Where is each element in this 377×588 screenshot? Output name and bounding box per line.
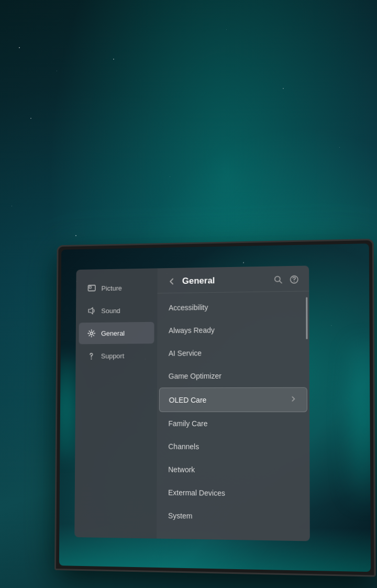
menu-item-accessibility[interactable]: Accessibility xyxy=(159,295,307,319)
chevron-right-icon xyxy=(290,395,297,404)
support-icon xyxy=(87,351,96,361)
menu-item-system-label: System xyxy=(168,512,193,520)
svg-point-3 xyxy=(90,332,93,335)
menu-item-family-care[interactable]: Family Care xyxy=(159,412,307,436)
menu-item-network[interactable]: Network xyxy=(159,458,307,483)
menu-item-external-devices-label: Extermal Devices xyxy=(168,489,225,497)
svg-point-7 xyxy=(294,281,295,282)
panel-header: General xyxy=(158,265,309,293)
sidebar-item-picture-label: Picture xyxy=(102,284,122,292)
main-panel: General xyxy=(157,265,310,541)
menu-item-ai-service[interactable]: AI Service xyxy=(159,341,307,365)
svg-rect-1 xyxy=(89,286,91,289)
search-icon[interactable] xyxy=(273,274,283,285)
menu-item-game-optimizer[interactable]: Game Optimizer xyxy=(159,364,307,387)
sidebar-item-general-label: General xyxy=(101,329,125,337)
screen-glow-right xyxy=(348,341,371,502)
menu-item-family-care-label: Family Care xyxy=(168,419,207,428)
sidebar-item-sound[interactable]: Sound xyxy=(79,299,154,321)
sidebar-item-sound-label: Sound xyxy=(101,307,120,315)
picture-icon xyxy=(87,284,96,293)
menu-item-channels[interactable]: Channels xyxy=(159,435,308,459)
help-icon[interactable] xyxy=(289,274,300,285)
sidebar-item-general[interactable]: General xyxy=(79,322,154,345)
menu-item-oled-care-label: OLED Care xyxy=(169,396,207,404)
back-button[interactable] xyxy=(167,276,177,287)
sidebar-panel: Picture Sound xyxy=(74,268,157,538)
general-icon xyxy=(87,329,96,338)
sidebar-item-support[interactable]: Support xyxy=(79,345,154,367)
menu-item-accessibility-label: Accessibility xyxy=(169,303,208,312)
menu-item-game-optimizer-label: Game Optimizer xyxy=(169,372,221,380)
tv-frame: Picture Sound xyxy=(54,239,376,577)
menu-item-always-ready-label: Always Ready xyxy=(169,326,215,335)
svg-point-4 xyxy=(91,359,92,360)
menu-items-list: Accessibility Always Ready AI Service Ga… xyxy=(157,291,310,541)
menu-item-system[interactable]: System xyxy=(159,504,308,529)
panel-title: General xyxy=(182,275,215,286)
scrollbar-indicator xyxy=(306,297,307,339)
menu-item-external-devices[interactable]: Extermal Devices xyxy=(159,481,307,506)
menu-item-channels-label: Channels xyxy=(168,442,199,451)
menu-item-network-label: Network xyxy=(168,465,195,474)
sidebar-item-picture[interactable]: Picture xyxy=(79,276,154,299)
menu-item-oled-care[interactable]: OLED Care xyxy=(159,387,307,413)
sidebar-item-support-label: Support xyxy=(101,352,124,360)
tv-screen: Picture Sound xyxy=(59,243,371,572)
panel-header-left: General xyxy=(167,275,215,286)
menu-item-ai-service-label: AI Service xyxy=(169,349,202,357)
panel-header-icons xyxy=(273,274,300,285)
menu-container: Picture Sound xyxy=(74,265,310,541)
sound-icon xyxy=(87,306,96,316)
menu-item-always-ready[interactable]: Always Ready xyxy=(159,318,307,342)
svg-marker-2 xyxy=(88,308,93,314)
